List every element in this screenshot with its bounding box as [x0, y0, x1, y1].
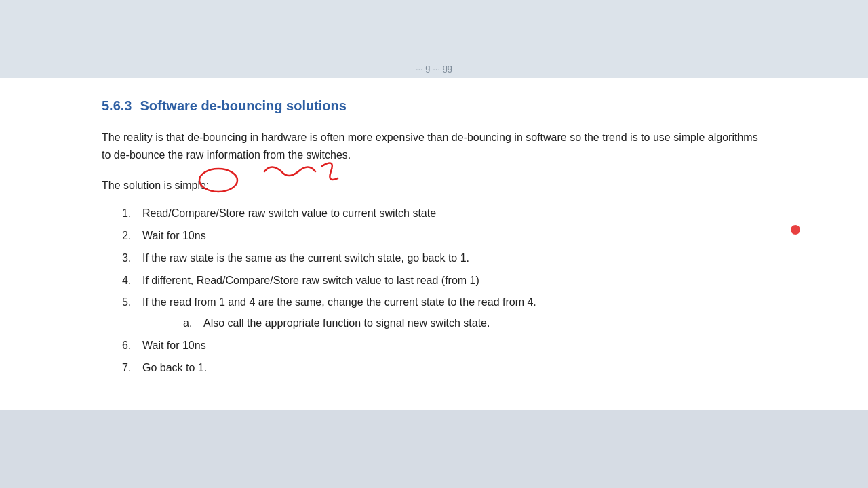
bottom-bar: [0, 410, 868, 488]
list-content: If the raw state is the same as the curr…: [142, 249, 766, 268]
section-number: 5.6.3: [102, 98, 132, 114]
list-number: 6.: [122, 336, 142, 356]
section-heading: 5.6.3 Software de-bouncing solutions: [102, 98, 766, 114]
list-number: 1.: [122, 204, 142, 224]
list-content: Go back to 1.: [142, 359, 766, 378]
main-list: 1. Read/Compare/Store raw switch value t…: [102, 204, 766, 378]
list-item: 1. Read/Compare/Store raw switch value t…: [122, 204, 766, 224]
list-number: 7.: [122, 359, 142, 378]
list-content: If different, Read/Compare/Store raw swi…: [142, 271, 766, 291]
list-number: 5.: [122, 293, 142, 312]
list-content: Wait for 10ns: [142, 226, 766, 246]
top-bar: ... g ... gg: [0, 0, 868, 78]
solution-intro: The solution is simple:: [102, 180, 766, 192]
top-bar-text: ... g ... gg: [416, 62, 452, 73]
list-content: Read/Compare/Store raw switch value to c…: [142, 204, 766, 224]
list-item: 3. If the raw state is the same as the c…: [122, 249, 766, 268]
list-item: 5. If the read from 1 and 4 are the same…: [122, 293, 766, 333]
list-number: 3.: [122, 249, 142, 268]
content-area: 5.6.3 Software de-bouncing solutions The…: [0, 78, 868, 410]
list-content: If the read from 1 and 4 are the same, c…: [142, 293, 766, 333]
sub-label: a.: [183, 314, 203, 333]
red-dot: [791, 225, 800, 235]
sub-list: a. Also call the appropriate function to…: [142, 314, 766, 333]
section-title: Software de-bouncing solutions: [140, 98, 346, 114]
sub-content: Also call the appropriate function to si…: [203, 314, 490, 333]
body-text: The reality is that de-bouncing in hardw…: [102, 129, 766, 163]
list-item: 7. Go back to 1.: [122, 359, 766, 378]
sub-list-item: a. Also call the appropriate function to…: [183, 314, 766, 333]
list-item: 6. Wait for 10ns: [122, 336, 766, 356]
list-content: Wait for 10ns: [142, 336, 766, 356]
list-number: 4.: [122, 271, 142, 291]
list-number: 2.: [122, 226, 142, 246]
list-item: 4. If different, Read/Compare/Store raw …: [122, 271, 766, 291]
list-item: 2. Wait for 10ns: [122, 226, 766, 246]
